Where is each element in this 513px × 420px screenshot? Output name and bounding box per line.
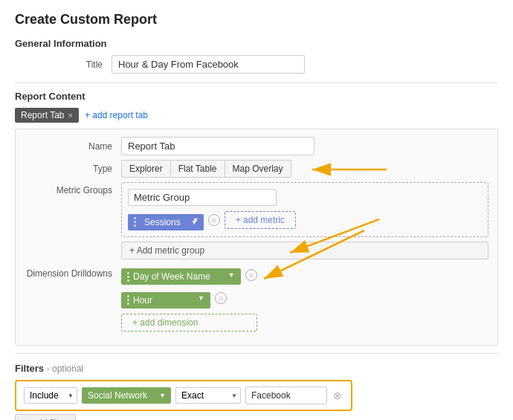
dimension-drilldowns-label: Dimension Drilldowns xyxy=(25,265,121,279)
include-wrapper: Include Exclude xyxy=(24,387,77,404)
add-metric-group-btn[interactable]: + Add metric group xyxy=(121,242,488,259)
day-of-week-wrapper: Day of Week Name ▼ xyxy=(121,265,241,285)
hour-label: Hour xyxy=(133,295,152,306)
dimension-drilldowns-content: Day of Week Name ▼ ○ Hour ▼ xyxy=(121,265,257,332)
filters-title: Filters - optional xyxy=(15,363,498,374)
drag-handle-dow xyxy=(127,272,129,282)
include-select[interactable]: Include Exclude xyxy=(24,387,77,404)
title-input[interactable] xyxy=(112,55,305,74)
add-metric-btn[interactable]: + add metric xyxy=(225,211,296,229)
page-title: Create Custom Report xyxy=(15,12,498,28)
day-of-week-row: Day of Week Name ▼ ○ xyxy=(121,265,257,285)
report-tab-badge-label: Report Tab xyxy=(21,110,64,120)
hour-pill[interactable]: Hour ▼ xyxy=(121,292,210,308)
sessions-pill[interactable]: Sessions ▼ xyxy=(128,214,204,230)
exact-wrapper: Exact Contains Starts With xyxy=(175,387,241,404)
social-network-wrapper: Social Network xyxy=(82,387,171,404)
add-dimension-btn[interactable]: + add dimension xyxy=(121,314,257,332)
type-label: Type xyxy=(25,164,121,174)
type-flat-table-btn[interactable]: Flat Table xyxy=(171,160,225,178)
drag-handle xyxy=(134,217,136,227)
title-label: Title xyxy=(15,59,112,70)
hour-row: Hour ▼ ○ xyxy=(121,288,257,308)
sessions-label: Sessions xyxy=(144,217,181,227)
report-content-section: Report Content xyxy=(15,91,498,102)
facebook-input[interactable] xyxy=(245,387,327,404)
name-label: Name xyxy=(25,141,121,152)
metric-group-box: Sessions ▼ ○ + add metric xyxy=(121,182,488,237)
filter-clear-btn[interactable]: ⊗ xyxy=(332,390,343,401)
close-icon[interactable]: × xyxy=(68,111,72,120)
day-of-week-pill[interactable]: Day of Week Name ▼ xyxy=(121,268,241,285)
hour-wrapper: Hour ▼ xyxy=(121,288,210,308)
general-information-section: General Information xyxy=(15,38,498,49)
type-map-overlay-btn[interactable]: Map Overlay xyxy=(225,160,291,178)
exact-select[interactable]: Exact Contains Starts With xyxy=(175,387,241,404)
filters-section: Filters - optional Include Exclude Socia… xyxy=(15,363,498,421)
report-tab-badge[interactable]: Report Tab × xyxy=(15,108,79,123)
hour-remove-btn[interactable]: ○ xyxy=(215,292,227,304)
sessions-dropdown-arrow: ▼ xyxy=(191,219,198,226)
filter-row: Include Exclude Social Network Exact Con… xyxy=(15,380,352,411)
drag-handle-hour xyxy=(127,295,129,305)
day-of-week-label: Day of Week Name xyxy=(133,271,210,282)
metric-groups-content: Sessions ▼ ○ + add metric + Add metric g… xyxy=(121,182,488,259)
type-explorer-btn[interactable]: Explorer xyxy=(121,160,171,178)
metric-groups-label: Metric Groups xyxy=(25,182,121,196)
add-report-tab-link[interactable]: + add report tab xyxy=(85,110,148,120)
dow-remove-btn[interactable]: ○ xyxy=(245,269,257,281)
add-filter-btn[interactable]: + add filter xyxy=(15,414,76,421)
sessions-pill-wrapper: Sessions ▼ xyxy=(128,210,204,230)
name-input[interactable] xyxy=(121,137,314,155)
metric-group-name-input[interactable] xyxy=(128,189,277,206)
filters-optional: - optional xyxy=(47,364,83,374)
sessions-remove-btn[interactable]: ○ xyxy=(208,214,220,226)
social-network-select[interactable]: Social Network xyxy=(82,387,171,404)
type-buttons: Explorer Flat Table Map Overlay xyxy=(121,160,291,178)
